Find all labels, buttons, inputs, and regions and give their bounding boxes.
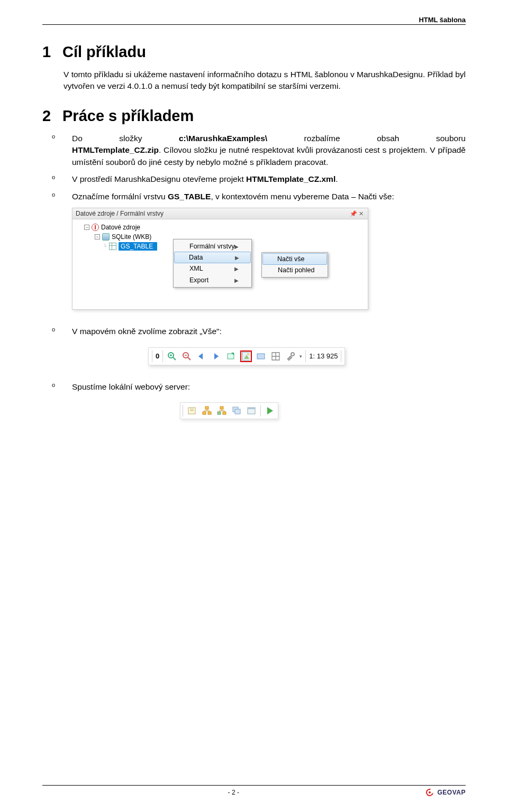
page-footer: - 2 - GEOVAP xyxy=(42,785,466,797)
svg-rect-20 xyxy=(203,412,206,414)
footer-brand-label: GEOVAP xyxy=(438,789,466,796)
grid-icon[interactable] xyxy=(270,350,282,362)
section-2-list-cont: o V mapovém okně zvolíme zobrazit „Vše": xyxy=(42,326,466,337)
svg-point-15 xyxy=(291,353,294,356)
svg-rect-28 xyxy=(248,408,255,409)
view-rectangle-icon[interactable] xyxy=(255,350,267,362)
svg-rect-21 xyxy=(208,412,211,414)
section-2-title: Práce s příkladem xyxy=(62,107,194,124)
tree-root[interactable]: − Datové zdroje xyxy=(77,223,364,232)
section-2-heading: 2Práce s příkladem xyxy=(42,107,466,125)
toolbar-counter: 0 xyxy=(156,352,159,360)
menu-item-formal-layers[interactable]: Formální vrstvy▶ xyxy=(175,241,250,252)
table-icon xyxy=(109,243,116,250)
svg-rect-22 xyxy=(220,407,223,409)
section-1-title: Cíl příkladu xyxy=(62,43,146,60)
svg-rect-24 xyxy=(223,412,226,414)
chevron-right-icon: ▶ xyxy=(234,278,239,283)
header-right-label: HTML šablona xyxy=(419,16,466,24)
svg-marker-29 xyxy=(267,407,273,414)
browser-icon[interactable] xyxy=(246,405,257,417)
toolbar-scale: 1: 13 925 xyxy=(309,352,338,360)
tree-root-label: Datové zdroje xyxy=(101,224,140,231)
bullet-icon: o xyxy=(52,173,55,182)
properties-icon[interactable] xyxy=(186,405,198,417)
svg-marker-7 xyxy=(198,353,203,359)
tree-connector-icon: └ xyxy=(103,244,107,250)
bullet-icon: o xyxy=(52,191,55,199)
bullet-icon: o xyxy=(52,381,55,390)
chevron-right-icon: ▶ xyxy=(234,266,239,272)
hierarchy-alt-icon[interactable] xyxy=(216,405,228,417)
bullet-icon: o xyxy=(52,133,55,141)
svg-rect-23 xyxy=(217,412,221,414)
svg-rect-9 xyxy=(228,354,234,359)
zoom-in-icon[interactable] xyxy=(166,350,178,362)
chevron-right-icon: ▶ xyxy=(234,244,239,250)
data-sources-panel: Datové zdroje / Formální vrstvy 📌 ✕ − Da… xyxy=(72,208,368,310)
geovap-logo-icon xyxy=(425,788,434,797)
svg-rect-14 xyxy=(257,354,265,359)
show-all-icon[interactable] xyxy=(240,350,252,362)
windows-icon[interactable] xyxy=(231,405,242,417)
refresh-icon[interactable] xyxy=(225,350,237,362)
play-icon[interactable] xyxy=(264,405,276,417)
pin-icon[interactable]: 📌 xyxy=(350,210,357,217)
svg-marker-8 xyxy=(214,353,219,359)
list-item: o V mapovém okně zvolíme zobrazit „Vše": xyxy=(42,326,466,337)
justified-line: Do složky c:\MarushkaExamples\ rozbalíme… xyxy=(72,133,466,144)
tree-leaf-label-selected: GS_TABLE xyxy=(119,242,157,251)
list-item: o V prostředí MarushkaDesignu otevřeme p… xyxy=(42,173,466,185)
page-number: - 2 - xyxy=(42,789,425,796)
tree-node-label: SQLite (WKB) xyxy=(112,233,151,241)
list-item: o Do složky c:\MarushkaExamples\ rozbalí… xyxy=(42,133,466,168)
map-toolbar: 0 ▾ 1: 13 925 xyxy=(148,347,345,365)
list-item: o Označíme formální vrstvu GS_TABLE, v k… xyxy=(42,191,466,202)
svg-rect-19 xyxy=(205,407,208,409)
svg-line-1 xyxy=(173,357,176,360)
chevron-right-icon: ▶ xyxy=(235,255,239,261)
dropdown-icon[interactable]: ▾ xyxy=(300,354,302,359)
panel-title-label: Datové zdroje / Formální vrstvy xyxy=(76,210,164,217)
svg-point-13 xyxy=(247,353,249,355)
context-submenu: Načti vše Načti pohled xyxy=(261,252,328,278)
zoom-out-icon[interactable] xyxy=(181,350,193,362)
submenu-item-load-all[interactable]: Načti vše xyxy=(262,253,327,265)
tools-icon[interactable] xyxy=(285,350,296,362)
list-item: o Spustíme lokální webový server: xyxy=(42,381,466,393)
section-2-number: 2 xyxy=(42,107,62,125)
collapse-icon[interactable]: − xyxy=(84,225,89,230)
svg-line-5 xyxy=(188,357,190,360)
collapse-icon[interactable]: − xyxy=(95,234,100,239)
panel-titlebar: Datové zdroje / Formální vrstvy 📌 ✕ xyxy=(72,208,368,219)
section-1-heading: 1Cíl příkladu xyxy=(42,43,466,61)
server-toolbar xyxy=(180,402,278,419)
footer-brand: GEOVAP xyxy=(425,788,466,797)
database-icon xyxy=(102,233,110,241)
bullet-icon: o xyxy=(52,326,55,334)
section-1-paragraph: V tomto příkladu si ukážeme nastavení in… xyxy=(64,69,466,93)
section-1-number: 1 xyxy=(42,43,62,61)
nav-back-icon[interactable] xyxy=(196,350,207,362)
nav-forward-icon[interactable] xyxy=(211,350,222,362)
menu-item-data[interactable]: Data▶ xyxy=(174,252,251,263)
submenu-item-load-view[interactable]: Načti pohled xyxy=(263,264,326,276)
section-2-list: o Do složky c:\MarushkaExamples\ rozbalí… xyxy=(42,133,466,202)
datasource-icon xyxy=(92,224,99,231)
menu-item-export[interactable]: Export▶ xyxy=(175,274,250,286)
hierarchy-icon[interactable] xyxy=(201,405,213,417)
menu-item-xml[interactable]: XML▶ xyxy=(175,263,250,274)
svg-rect-26 xyxy=(235,409,240,414)
context-menu: Formální vrstvy▶ Data▶ XML▶ Export▶ Načt… xyxy=(173,239,252,288)
section-2-list-cont2: o Spustíme lokální webový server: xyxy=(42,381,466,393)
close-icon[interactable]: ✕ xyxy=(357,210,365,217)
page-header: HTML šablona xyxy=(42,16,466,25)
